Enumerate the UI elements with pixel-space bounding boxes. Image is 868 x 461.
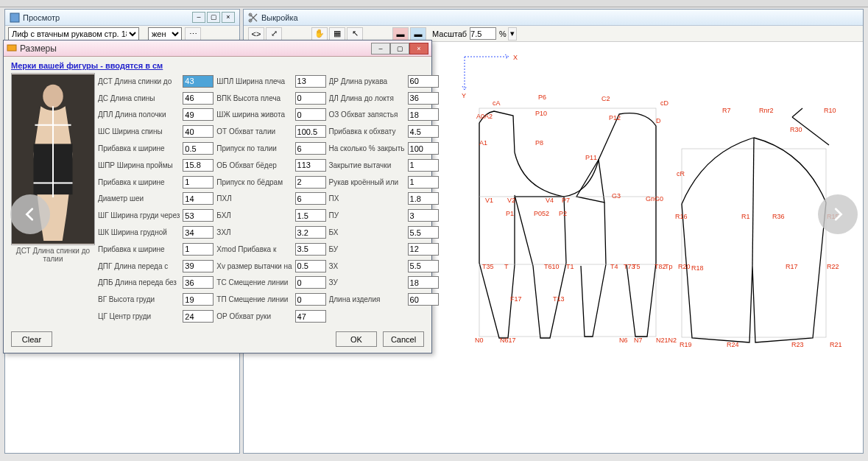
field-label: Xv размер вытачки на bbox=[216, 262, 292, 270]
field-input[interactable] bbox=[295, 92, 326, 105]
field-input[interactable] bbox=[295, 260, 326, 272]
svg-text:A1: A1 bbox=[479, 139, 487, 147]
tool-cursor[interactable]: ↖ bbox=[347, 27, 363, 41]
field-input[interactable] bbox=[295, 209, 326, 222]
field-label: ДПЛ Длина полочки bbox=[98, 110, 180, 119]
field-input[interactable] bbox=[183, 159, 214, 172]
field-input[interactable] bbox=[183, 260, 214, 272]
clear-button[interactable]: Clear bbox=[11, 331, 52, 347]
field-input[interactable] bbox=[408, 226, 439, 239]
field-label: ШК Ширина грудной bbox=[98, 228, 180, 236]
field-label: ОР Обхват руки bbox=[216, 312, 292, 320]
field-input[interactable] bbox=[183, 75, 214, 88]
nav-prev-button[interactable] bbox=[10, 194, 50, 234]
field-input[interactable] bbox=[183, 293, 214, 306]
field-input[interactable] bbox=[408, 243, 439, 256]
tool-layer2[interactable]: ▬ bbox=[410, 27, 426, 41]
field-input[interactable] bbox=[408, 159, 439, 172]
tool-hand[interactable]: ✋ bbox=[311, 27, 328, 41]
scale-dropdown[interactable]: ▾ bbox=[508, 27, 517, 41]
field-input[interactable] bbox=[295, 125, 326, 138]
field-label: ТС Смещение линии bbox=[216, 278, 292, 286]
field-input[interactable] bbox=[408, 142, 439, 155]
dialog-maximize[interactable]: ▢ bbox=[390, 43, 409, 54]
field-input[interactable] bbox=[295, 176, 326, 189]
svg-point-66 bbox=[43, 85, 63, 108]
field-input[interactable] bbox=[295, 108, 326, 121]
pattern-titlebar[interactable]: Выкройка bbox=[244, 10, 863, 26]
svg-text:V2: V2 bbox=[507, 197, 515, 204]
field-input[interactable] bbox=[295, 142, 326, 155]
field-row: Xmod Прибавка к bbox=[216, 241, 325, 258]
preview-minimize[interactable]: – bbox=[192, 12, 205, 23]
preview-extra-btn[interactable]: ⋯ bbox=[185, 27, 201, 41]
field-input[interactable] bbox=[183, 92, 214, 105]
field-input[interactable] bbox=[295, 276, 326, 289]
tool-zoomfit[interactable]: ⤢ bbox=[266, 27, 282, 41]
field-row: Диаметр шеи bbox=[98, 191, 214, 208]
field-label: ЦГ Центр груди bbox=[98, 312, 180, 320]
field-label: ЗХ bbox=[329, 262, 405, 270]
svg-text:R19: R19 bbox=[680, 341, 692, 348]
field-input[interactable] bbox=[408, 92, 439, 105]
gender-select[interactable]: жен bbox=[148, 27, 182, 41]
field-input[interactable] bbox=[408, 125, 439, 138]
field-label: Припуск по бёдрам bbox=[216, 178, 292, 186]
field-input[interactable] bbox=[408, 209, 439, 222]
field-input[interactable] bbox=[295, 310, 326, 323]
field-input[interactable] bbox=[183, 125, 214, 138]
field-input[interactable] bbox=[295, 192, 326, 205]
tool-grid[interactable]: ▦ bbox=[329, 27, 345, 41]
nav-next-button[interactable] bbox=[818, 194, 858, 234]
field-label: ДПБ Длина переда без bbox=[98, 278, 180, 286]
field-input[interactable] bbox=[295, 226, 326, 239]
dialog-titlebar[interactable]: Размеры – ▢ × bbox=[4, 41, 431, 57]
field-input[interactable] bbox=[408, 108, 439, 121]
scale-input[interactable] bbox=[470, 27, 496, 40]
field-row: ДПБ Длина переда без bbox=[98, 275, 214, 292]
field-input[interactable] bbox=[295, 243, 326, 256]
preview-titlebar[interactable]: Просмотр – ▢ × bbox=[5, 10, 239, 26]
field-input[interactable] bbox=[183, 310, 214, 323]
field-row: ДСТ Длина спинки до bbox=[98, 73, 214, 90]
field-input[interactable] bbox=[295, 75, 326, 88]
field-input[interactable] bbox=[295, 293, 326, 306]
svg-text:V1: V1 bbox=[485, 197, 493, 204]
svg-text:T4: T4 bbox=[610, 263, 618, 270]
measurements-help-link[interactable]: Мерки вашей фигуры - вводятся в см bbox=[11, 61, 163, 70]
field-input[interactable] bbox=[183, 108, 214, 121]
document-select[interactable]: Лиф с втачным рукавом стр. 181-225 bbox=[8, 27, 139, 41]
preview-close[interactable]: × bbox=[222, 12, 235, 23]
field-input[interactable] bbox=[183, 176, 214, 189]
dialog-minimize[interactable]: – bbox=[371, 43, 390, 54]
cancel-button[interactable]: Cancel bbox=[383, 331, 424, 347]
field-row: Прибавка к ширине bbox=[98, 174, 214, 191]
field-row: ШС Ширина спины bbox=[98, 123, 214, 140]
field-input[interactable] bbox=[408, 176, 439, 189]
svg-text:N0: N0 bbox=[475, 337, 484, 344]
field-row: ЗХЛ bbox=[216, 224, 325, 241]
field-label: ШС Ширина спины bbox=[98, 127, 180, 136]
field-input[interactable] bbox=[408, 276, 439, 289]
ok-button[interactable]: OK bbox=[336, 331, 377, 347]
dialog-close[interactable]: × bbox=[409, 43, 428, 54]
field-input[interactable] bbox=[183, 243, 214, 256]
field-input[interactable] bbox=[408, 293, 439, 306]
field-row: Прибавка к ширине bbox=[98, 140, 214, 157]
svg-text:N617: N617 bbox=[500, 337, 516, 344]
preview-icon bbox=[10, 13, 20, 23]
field-input[interactable] bbox=[183, 142, 214, 155]
field-input[interactable] bbox=[408, 192, 439, 205]
field-input[interactable] bbox=[183, 226, 214, 239]
tool-select[interactable]: <> bbox=[248, 27, 264, 41]
field-input[interactable] bbox=[408, 75, 439, 88]
preview-maximize[interactable]: ▢ bbox=[207, 12, 220, 23]
svg-text:R20: R20 bbox=[678, 263, 691, 270]
svg-text:V4: V4 bbox=[546, 197, 554, 204]
field-input[interactable] bbox=[183, 209, 214, 222]
tool-layer1[interactable]: ▬ bbox=[392, 27, 409, 41]
field-input[interactable] bbox=[408, 260, 439, 272]
field-input[interactable] bbox=[295, 159, 326, 172]
field-input[interactable] bbox=[183, 192, 214, 205]
field-input[interactable] bbox=[183, 276, 214, 289]
